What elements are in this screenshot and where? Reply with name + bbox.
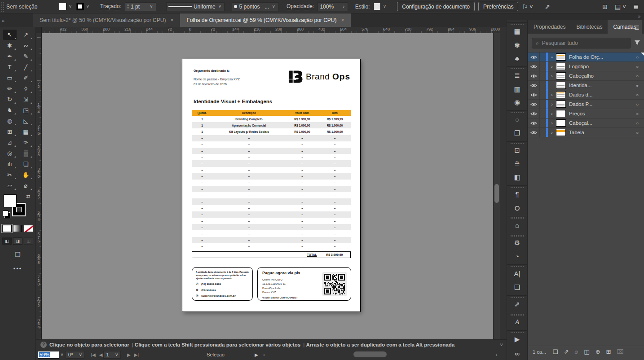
expand-chevron-icon[interactable]: ›: [549, 74, 555, 79]
measure-tool[interactable]: ⊿: [3, 137, 17, 148]
artboard-combo[interactable]: 1 ˅: [103, 351, 121, 359]
stroke-profile-combo[interactable]: Uniforme ˅: [166, 2, 225, 11]
scroll-right-icon[interactable]: ›: [496, 352, 498, 357]
layer-thumbnail[interactable]: [556, 91, 566, 98]
visibility-eye-icon[interactable]: [528, 109, 540, 118]
default-fill-stroke-icon[interactable]: [3, 211, 9, 216]
direct-selection-tool[interactable]: ↗: [19, 30, 33, 40]
opacity-label[interactable]: Opacidade:: [287, 3, 314, 10]
next-artboard-icon[interactable]: ▶: [127, 352, 131, 357]
canvas[interactable]: Orçamento destinado à: Nome da pessoa - …: [42, 33, 493, 339]
expand-chevron-icon[interactable]: ›: [549, 130, 555, 135]
layer-name[interactable]: Cabeçalho: [569, 73, 631, 79]
expand-chevron-icon[interactable]: ›: [549, 64, 555, 69]
chevron-down-icon[interactable]: ˅: [67, 4, 73, 9]
new-layer-icon[interactable]: ⊞: [606, 348, 611, 355]
layer-target-icon[interactable]: ○: [631, 64, 644, 69]
visibility-eye-icon[interactable]: [528, 100, 540, 109]
free-transform-tool[interactable]: ◳: [19, 105, 33, 115]
horizontal-scrollbar-thumb[interactable]: [353, 351, 387, 357]
color-guide-panel-icon[interactable]: ⚙: [507, 234, 527, 250]
chevron-down-icon[interactable]: ˅: [59, 352, 65, 357]
expand-chevron-icon[interactable]: ›: [549, 92, 555, 97]
layer-row[interactable]: › Folha de Orç... ○: [528, 53, 644, 62]
symbols-panel-icon[interactable]: ♣: [507, 52, 527, 65]
column-graph-tool[interactable]: ılı: [3, 159, 17, 169]
layer-name[interactable]: Dados d...: [569, 92, 631, 97]
assets-panel-icon[interactable]: ⌂: [507, 216, 527, 232]
stroke-width-combo[interactable]: ˄˅ 1 pt ˅: [125, 2, 156, 11]
swap-fill-stroke-icon[interactable]: ⇄: [26, 193, 30, 199]
last-artboard-icon[interactable]: ▶|: [134, 352, 139, 357]
menu-list-icon[interactable]: ≣: [633, 3, 639, 10]
expand-chevron-icon[interactable]: ›: [549, 121, 555, 126]
screen-mode-button[interactable]: ❐: [0, 251, 35, 258]
opacity-combo[interactable]: 100% ›: [318, 2, 348, 11]
layer-row[interactable]: › Dados P... ○: [528, 100, 644, 109]
layer-row[interactable]: › Cabeçalho ○: [528, 71, 644, 81]
transparency-panel-icon[interactable]: ◉: [507, 96, 527, 109]
draw-behind-button[interactable]: ◨: [13, 237, 22, 245]
none-button[interactable]: [24, 225, 33, 232]
layer-row[interactable]: › Dados d... ○: [528, 90, 644, 100]
paragraph-panel-icon[interactable]: ¶: [507, 185, 527, 202]
more-tools-button[interactable]: •••: [0, 265, 35, 272]
layer-name[interactable]: Cabeçal...: [569, 120, 631, 126]
opentype-panel-icon[interactable]: O: [507, 202, 527, 215]
character-panel-icon[interactable]: A|: [507, 264, 527, 281]
lock-toggle[interactable]: [540, 62, 546, 71]
puppet-warp-tool[interactable]: ♞: [3, 105, 17, 115]
vertical-scrollbar-thumb[interactable]: [494, 184, 499, 203]
lock-toggle[interactable]: [540, 71, 546, 80]
stepper-icons[interactable]: ˄˅: [127, 4, 129, 9]
fill-swatch[interactable]: [59, 3, 66, 10]
zoom-tool[interactable]: ⌀: [19, 180, 33, 191]
layer-target-icon[interactable]: ○: [631, 102, 644, 107]
layer-thumbnail[interactable]: [556, 53, 566, 61]
workspace-switcher-icon[interactable]: ▤ ˅: [615, 3, 626, 10]
mesh-tool[interactable]: ⊞: [3, 127, 17, 137]
layer-target-icon[interactable]: ○: [631, 55, 644, 60]
layer-thumbnail[interactable]: [556, 129, 566, 136]
layer-thumbnail[interactable]: [556, 110, 566, 117]
type-tool[interactable]: T: [3, 62, 17, 72]
layer-row[interactable]: › Cabeçal... ○: [528, 119, 644, 128]
layer-thumbnail[interactable]: [556, 63, 566, 70]
scale-tool[interactable]: ⇲: [19, 94, 33, 105]
eyedropper-tool[interactable]: ✑: [19, 137, 33, 148]
lock-toggle[interactable]: [540, 100, 546, 109]
preferences-button[interactable]: Preferências: [478, 2, 518, 11]
links-panel-icon[interactable]: ∞: [507, 347, 527, 360]
expand-chevron-icon[interactable]: ›: [549, 111, 555, 116]
layer-name[interactable]: Logotipo: [569, 64, 631, 69]
prev-artboard-icon[interactable]: ◀: [99, 352, 103, 357]
lock-toggle[interactable]: [540, 109, 546, 118]
document-tab[interactable]: Sem título-2* @ 50 % (CMYK/Visualização …: [33, 13, 180, 27]
hand-tool[interactable]: ✋: [19, 170, 33, 180]
expand-chevron-icon[interactable]: ›: [550, 54, 555, 60]
artboards-panel-icon[interactable]: ❐: [507, 127, 527, 140]
gradient-button[interactable]: [13, 225, 22, 232]
first-artboard-icon[interactable]: |◀: [91, 352, 95, 357]
horizontal-ruler[interactable]: 4323602882161447207214421628836043250457…: [42, 27, 500, 33]
visibility-eye-icon[interactable]: [528, 62, 540, 71]
ruler-origin-corner[interactable]: [36, 27, 42, 33]
visibility-eye-icon[interactable]: [528, 90, 540, 99]
fill-proxy-swatch[interactable]: [4, 194, 17, 207]
vertical-ruler[interactable]: 72144216288360432504576648720792864: [36, 33, 42, 339]
close-tab-icon[interactable]: ×: [170, 17, 173, 23]
layer-thumbnail[interactable]: [556, 119, 566, 127]
layer-name[interactable]: Preços: [569, 111, 631, 116]
lock-toggle[interactable]: [540, 90, 546, 99]
gradient-tool[interactable]: ▦: [19, 127, 33, 137]
layer-target-icon[interactable]: ●: [631, 83, 644, 88]
layer-thumbnail[interactable]: [556, 82, 566, 89]
layer-row[interactable]: › Identida... ●: [528, 81, 644, 90]
zoom-input[interactable]: 59%: [38, 351, 59, 359]
chevron-down-icon[interactable]: ˅: [382, 4, 387, 9]
visibility-eye-icon[interactable]: [528, 119, 540, 127]
stroke-label[interactable]: Traçado:: [100, 3, 121, 10]
rotation-combo[interactable]: 0º ˅: [66, 351, 85, 359]
stroke-panel-icon[interactable]: ≣: [507, 66, 527, 83]
glyphs-panel-icon[interactable]: A: [507, 313, 527, 329]
